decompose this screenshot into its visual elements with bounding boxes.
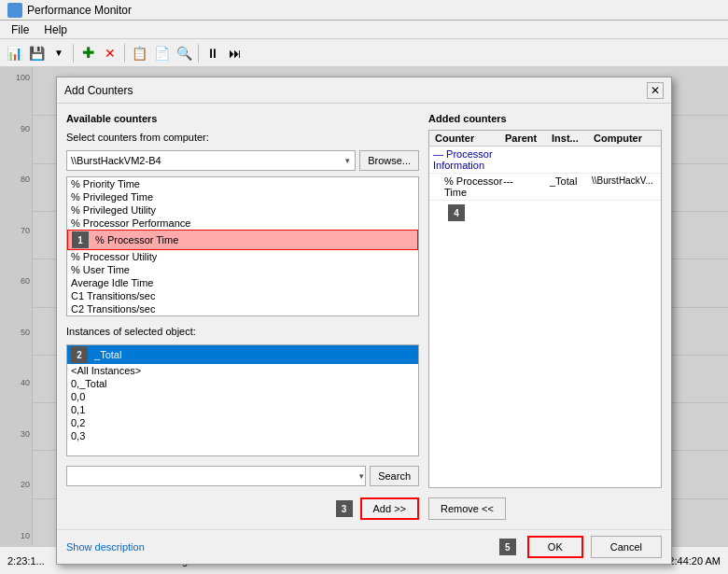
counter-group: — Processor Information [429,147,661,174]
search-input-arrow: ▼ [357,472,365,481]
list-item[interactable]: % Priority Time [67,177,418,190]
toolbar-search-btn[interactable]: 🔍 [174,43,194,63]
browse-button[interactable]: Browse... [359,150,419,171]
search-row: ▼ Search [66,466,419,486]
instance-item-all[interactable]: <All Instances> [67,364,418,377]
added-counters-label: Added counters [428,113,662,124]
toolbar-save-btn[interactable]: 💾 [26,43,47,63]
dialog-body: Available counters Select counters from … [57,104,671,529]
header-instance: Inst... [550,133,592,144]
add-button[interactable]: Add >> [360,497,419,520]
instance-item-01[interactable]: 0,1 [67,403,418,416]
toolbar-delete-btn[interactable]: ✕ [100,43,120,63]
counters-table: Counter Parent Inst... Computer — Proces… [428,130,662,488]
dialog-title-bar: Add Counters ✕ [57,77,671,104]
list-item[interactable]: % Privileged Utility [67,203,418,217]
title-bar: Performance Monitor [0,0,728,21]
action-row: 3 Add >> [66,497,419,520]
select-computer-label: Select counters from computer: [66,132,419,143]
instance-item-0total[interactable]: 0,_Total [67,377,418,390]
list-item[interactable]: % User Time [67,263,418,276]
time-left: 2:23:1... [7,555,45,567]
header-counter: Counter [433,133,503,144]
menu-bar: File Help [0,21,728,39]
computer-combo[interactable]: \\BurstHackVM2-B4 ▼ [66,150,356,171]
row-parent: --- [503,175,550,198]
instance-item-03[interactable]: 0,3 [67,429,418,442]
toolbar-sep1 [73,44,74,63]
group-name: — Processor Information [433,148,503,171]
table-header: Counter Parent Inst... Computer [429,131,661,147]
list-item[interactable]: Average Idle Time [67,276,418,289]
available-counters-label: Available counters [66,113,419,124]
toolbar-sep2 [124,44,125,63]
step-badge-2: 2 [71,346,88,363]
ok-button[interactable]: OK [527,536,583,558]
row-computer: \\BurstHackV... [592,175,657,198]
table-row[interactable]: % Processor Time --- _Total \\BurstHackV… [429,174,661,201]
toolbar-copy-btn[interactable]: 📋 [129,43,149,63]
row-counter: % Processor Time [444,175,503,198]
show-description-link[interactable]: Show description [66,541,145,553]
toolbar: 📊 💾 ▼ ✚ ✕ 📋 📄 🔍 ⏸ ⏭ [0,39,728,67]
toolbar-dropdown-btn[interactable]: ▼ [49,43,69,63]
instance-item-00[interactable]: 0,0 [67,390,418,403]
right-panel: Added counters Counter Parent Inst... Co… [428,113,662,520]
list-item[interactable]: % Processor Utility [67,250,418,263]
dialog-close-button[interactable]: ✕ [647,82,664,99]
toolbar-chart-btn[interactable]: 📊 [4,43,24,63]
counter-list[interactable]: % Priority Time % Privileged Time % Priv… [66,176,419,316]
remove-button[interactable]: Remove << [428,497,506,520]
close-icon: ✕ [651,84,660,97]
step-badge-1: 1 [72,231,89,248]
list-item[interactable]: % Processor Performance [67,217,418,230]
instance-item-total[interactable]: 2 _Total [67,345,418,364]
list-item[interactable]: C1 Transitions/sec [67,289,418,302]
header-parent: Parent [503,133,550,144]
footer-buttons: 5 OK Cancel [499,536,662,558]
computer-combo-row: \\BurstHackVM2-B4 ▼ Browse... [66,150,419,171]
row-instance: _Total [550,175,592,198]
remove-row: Remove << [428,497,662,520]
toolbar-pause-btn[interactable]: ⏸ [203,43,223,63]
step-badge-5: 5 [499,539,516,555]
time-right: 2:44:20 AM [668,555,721,567]
toolbar-paste-btn[interactable]: 📄 [151,43,172,63]
toolbar-sep3 [198,44,199,63]
search-input-box[interactable]: ▼ [66,466,366,486]
list-item[interactable]: C2 Transitions/sec [67,302,418,315]
menu-help[interactable]: Help [36,21,75,38]
combo-arrow-icon: ▼ [343,157,351,165]
add-counters-dialog: Add Counters ✕ Available counters Select… [56,77,672,565]
search-button[interactable]: Search [370,466,419,486]
menu-file[interactable]: File [4,21,36,38]
toolbar-next-btn[interactable]: ⏭ [225,43,245,63]
cancel-button[interactable]: Cancel [591,536,662,558]
instance-list[interactable]: 2 _Total <All Instances> 0,_Total 0,0 0,… [66,344,419,456]
instances-label: Instances of selected object: [66,326,419,337]
dialog-footer: Show description 5 OK Cancel [57,529,671,564]
dialog-overlay: Add Counters ✕ Available counters Select… [0,67,728,546]
list-item-selected[interactable]: 1 % Processor Time [67,230,418,250]
step-badge-3: 3 [336,500,353,517]
toolbar-add-btn[interactable]: ✚ [77,43,98,63]
instance-item-02[interactable]: 0,2 [67,416,418,429]
header-computer: Computer [592,133,657,144]
step-badge-4-area: 4 [429,201,661,225]
app-icon [7,3,22,18]
computer-value: \\BurstHackVM2-B4 [71,155,161,166]
dialog-title: Add Counters [64,84,133,97]
main-area: 100 90 80 70 60 50 40 30 20 10 [0,67,728,546]
step-badge-4: 4 [448,204,465,221]
app-title: Performance Monitor [27,4,132,17]
left-panel: Available counters Select counters from … [66,113,419,520]
expand-icon: — [433,148,446,160]
list-item[interactable]: % Privileged Time [67,190,418,203]
